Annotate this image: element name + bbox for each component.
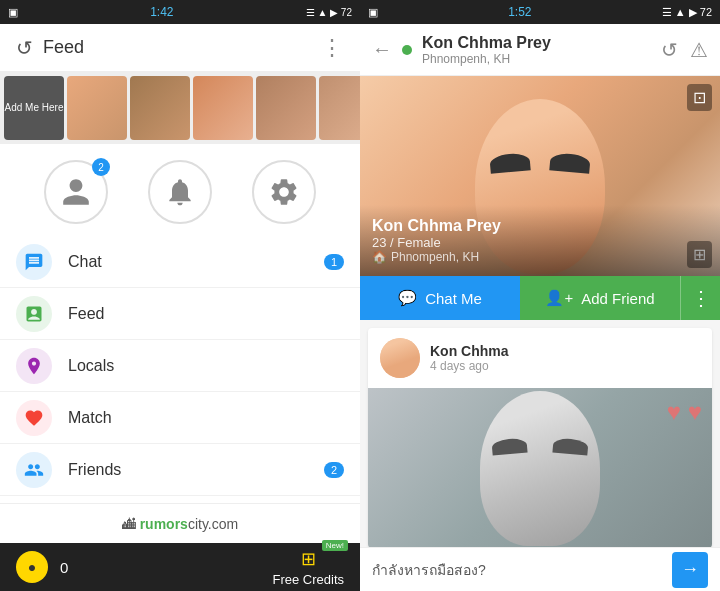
time-left: 1:42 — [150, 5, 173, 19]
stories-row: Add Me Here — [0, 72, 360, 144]
thai-text: กำลังหารถมือสอง? — [372, 559, 664, 581]
overlay-gender: Female — [397, 235, 440, 250]
header-right: ← Kon Chhma Prey Phnompenh, KH ↺ ⚠ — [360, 24, 720, 76]
profile-photo-area: ⊡ ⊞ Kon Chhma Prey 23 / Female 🏠 Phnompe… — [360, 76, 720, 276]
new-badge: New! — [322, 540, 348, 551]
stack-icon: ⊞ — [301, 548, 316, 570]
friends-label: Friends — [68, 461, 324, 479]
free-credits-button[interactable]: ⊞ Free Credits — [272, 548, 344, 587]
story-item-5[interactable] — [319, 76, 360, 140]
header-left: ↺ Feed ⋮ — [0, 24, 360, 72]
overlay-location: 🏠 Phnompenh, KH — [372, 250, 708, 264]
overlay-info: 23 / Female — [372, 235, 708, 250]
bottom-bar-left: ● 0 New! ⊞ Free Credits — [0, 543, 360, 591]
page-title: Feed — [43, 37, 84, 58]
story-item-3[interactable] — [193, 76, 253, 140]
header-right-icons: ↺ ⚠ — [661, 38, 708, 62]
story-item-1[interactable] — [67, 76, 127, 140]
profile-avatar-button[interactable]: 2 — [44, 160, 108, 224]
back-button[interactable]: ← — [372, 38, 392, 61]
action-more-button[interactable]: ⋮ — [680, 276, 720, 320]
feed-label: Feed — [68, 305, 344, 323]
story-item-2[interactable] — [130, 76, 190, 140]
left-panel: ▣ 1:42 ☰ ▲ ▶ 72 ↺ Feed ⋮ Add Me Here 2 — [0, 0, 360, 591]
locals-label: Locals — [68, 357, 344, 375]
story-item-4[interactable] — [256, 76, 316, 140]
sidebar-item-chat[interactable]: Chat 1 — [0, 236, 360, 288]
sidebar-item-friends[interactable]: Friends 2 — [0, 444, 360, 496]
online-indicator — [402, 45, 412, 55]
free-credits-area[interactable]: New! ⊞ Free Credits — [272, 548, 344, 587]
status-bar-left-icon: ▣ — [8, 6, 18, 19]
overlay-location-text: Phnompenh, KH — [391, 250, 479, 264]
avatar-badge: 2 — [92, 158, 110, 176]
overlay-age: 23 — [372, 235, 386, 250]
header-title-area: ↺ Feed — [16, 36, 84, 60]
friends-icon — [16, 452, 52, 488]
post-avatar[interactable] — [380, 338, 420, 378]
action-buttons: 💬 Chat Me 👤+ Add Friend ⋮ — [360, 276, 720, 320]
coin-icon: ● — [16, 551, 48, 583]
post-header: Kon Chhma 4 days ago — [368, 328, 712, 388]
more-dots-icon: ⋮ — [691, 286, 711, 310]
send-icon: → — [681, 559, 699, 580]
sidebar-item-match[interactable]: Match — [0, 392, 360, 444]
locals-icon — [16, 348, 52, 384]
profile-name-area: Kon Chhma Prey Phnompenh, KH — [422, 34, 651, 66]
profile-name-header: Kon Chhma Prey — [422, 34, 651, 52]
add-friend-icon: 👤+ — [545, 289, 573, 307]
chat-me-label: Chat Me — [425, 290, 482, 307]
post-img-face — [480, 391, 600, 546]
chat-me-button[interactable]: 💬 Chat Me — [360, 276, 520, 320]
status-bar-right-icon: ▣ — [368, 6, 378, 19]
alert-icon[interactable]: ⚠ — [690, 38, 708, 62]
overlay-name: Kon Chhma Prey — [372, 217, 708, 235]
profile-location-header: Phnompenh, KH — [422, 52, 651, 66]
friends-badge: 2 — [324, 462, 344, 478]
add-me-label: Add Me Here — [5, 102, 64, 114]
sidebar-item-locals[interactable]: Locals — [0, 340, 360, 392]
profile-photo-overlay: Kon Chhma Prey 23 / Female 🏠 Phnompenh, … — [360, 205, 720, 276]
sidebar-item-askme[interactable]: Ask Me 5 — [0, 496, 360, 503]
status-bar-right: ▣ 1:52 ☰ ▲ ▶ 72 — [360, 0, 720, 24]
send-button[interactable]: → — [672, 552, 708, 588]
branding-text: 🏙 rumorscity.com — [122, 516, 238, 532]
hearts-decoration: ♥ ♥ — [667, 398, 702, 426]
post-area: Kon Chhma 4 days ago ♥ ♥ — [360, 320, 720, 547]
refresh-icon-right[interactable]: ↺ — [661, 38, 678, 62]
post-time: 4 days ago — [430, 359, 700, 373]
time-right: 1:52 — [508, 5, 531, 19]
sidebar-item-feed[interactable]: Feed — [0, 288, 360, 340]
status-bar-left: ▣ 1:42 ☰ ▲ ▶ 72 — [0, 0, 360, 24]
add-friend-button[interactable]: 👤+ Add Friend — [520, 276, 680, 320]
feed-icon — [16, 296, 52, 332]
status-icons-left: ☰ ▲ ▶ 72 — [306, 7, 352, 18]
refresh-icon[interactable]: ↺ — [16, 36, 33, 60]
right-panel: ▣ 1:52 ☰ ▲ ▶ 72 ← Kon Chhma Prey Phnompe… — [360, 0, 720, 591]
free-credits-label: Free Credits — [272, 572, 344, 587]
notifications-button[interactable] — [148, 160, 212, 224]
settings-button[interactable] — [252, 160, 316, 224]
coin-count: 0 — [60, 559, 68, 576]
more-options-icon[interactable]: ⋮ — [321, 35, 344, 61]
avatar-row: 2 — [0, 144, 360, 236]
add-me-story[interactable]: Add Me Here — [4, 76, 64, 140]
match-label: Match — [68, 409, 344, 427]
post-card: Kon Chhma 4 days ago ♥ ♥ — [368, 328, 712, 547]
chat-icon — [16, 244, 52, 280]
chat-badge: 1 — [324, 254, 344, 270]
post-image[interactable]: ♥ ♥ — [368, 388, 712, 547]
status-icons-right: ☰ ▲ ▶ 72 — [662, 6, 712, 19]
post-meta: Kon Chhma 4 days ago — [430, 343, 700, 373]
menu-list: Chat 1 Feed Locals — [0, 236, 360, 503]
post-user-name: Kon Chhma — [430, 343, 700, 359]
branding-area: 🏙 rumorscity.com — [0, 503, 360, 543]
bottom-input-area: กำลังหารถมือสอง? → — [360, 547, 720, 591]
match-icon — [16, 400, 52, 436]
gallery-button[interactable]: ⊡ — [687, 84, 712, 111]
add-friend-label: Add Friend — [581, 290, 654, 307]
post-avatar-inner — [380, 338, 420, 378]
chat-me-icon: 💬 — [398, 289, 417, 307]
chat-label: Chat — [68, 253, 324, 271]
